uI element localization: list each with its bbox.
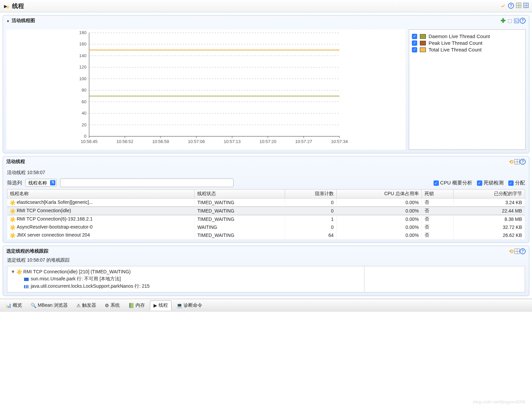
tab-5[interactable]: ▶线程 bbox=[150, 300, 172, 310]
table-row[interactable]: AsyncResolver-bootstrap-executor-0 WAITI… bbox=[7, 223, 525, 231]
table-row[interactable]: JMX server connection timeout 204 TIMED_… bbox=[7, 231, 525, 239]
svg-text:10:57:27: 10:57:27 bbox=[295, 139, 312, 144]
tab-icon: 📊 bbox=[6, 303, 11, 308]
threads-help-icon[interactable]: ? bbox=[520, 159, 526, 165]
filter-label: 筛选列 bbox=[7, 180, 22, 186]
threads-panel-title: 活动线程 bbox=[6, 159, 508, 165]
tab-icon: ⚙ bbox=[105, 303, 109, 308]
threads-table: 线程名称线程状态阻塞计数CPU 总体占用率死锁已分配的字节 elasticsea… bbox=[7, 189, 525, 239]
svg-text:140: 140 bbox=[79, 53, 86, 58]
chart-panel-title: 活动线程图 bbox=[12, 18, 500, 24]
collapse-toggle[interactable] bbox=[6, 18, 12, 23]
tab-4[interactable]: 📗内存 bbox=[125, 300, 149, 310]
stack-frame[interactable]: java.util.concurrent.locks.LockSupport.p… bbox=[11, 283, 361, 290]
chart-panel: 活动线程图 ✚ ⬚ ♿ ? 02040608010012014016018010… bbox=[3, 15, 529, 153]
tab-3[interactable]: ⚙系统 bbox=[101, 300, 123, 310]
cpu-profiling-checkbox[interactable]: ✓ CPU 概要分析 bbox=[434, 180, 472, 186]
table-row[interactable]: RMI TCP Connection(6)-192.168.2.1 TIMED_… bbox=[7, 215, 525, 224]
page-header: ▶ 线程 ⤶ ? bbox=[0, 0, 532, 12]
tab-0[interactable]: 📊概览 bbox=[2, 300, 26, 310]
column-header[interactable]: 阻塞计数 bbox=[285, 189, 336, 198]
svg-text:10:57:20: 10:57:20 bbox=[259, 139, 276, 144]
svg-text:10:57:34: 10:57:34 bbox=[331, 139, 348, 144]
stack-panel: 选定线程的堆栈跟踪 ⟲ ? 选定线程 10:58:07 的堆栈跟踪 RMI TC… bbox=[3, 246, 529, 296]
threads-panel: 活动线程 ⟲ ? 活动线程 10:58:07 筛选列 线程名称 ✓ CPU 概要… bbox=[3, 156, 529, 243]
filter-input[interactable] bbox=[60, 178, 234, 187]
svg-text:100: 100 bbox=[79, 76, 86, 81]
stack-help-icon[interactable]: ? bbox=[520, 248, 526, 254]
add-chart-icon[interactable]: ✚ bbox=[500, 17, 506, 24]
tab-icon: 📗 bbox=[128, 303, 134, 308]
table-row[interactable]: RMI TCP Connection(idle) TIMED_WAITING00… bbox=[7, 207, 525, 215]
filter-column-select[interactable]: 线程名称 bbox=[25, 179, 57, 187]
svg-text:10:56:52: 10:56:52 bbox=[116, 139, 134, 144]
column-header[interactable]: 死锁 bbox=[422, 189, 453, 198]
column-header[interactable]: CPU 总体占用率 bbox=[336, 189, 422, 198]
svg-text:180: 180 bbox=[79, 30, 86, 35]
stack-frame[interactable]: sun.misc.Unsafe.park 行: 不可用 [本地方法] bbox=[11, 275, 361, 283]
back-icon[interactable]: ⤶ bbox=[499, 3, 506, 9]
tab-1[interactable]: 🔍MBean 浏览器 bbox=[27, 300, 71, 310]
svg-text:10:56:59: 10:56:59 bbox=[152, 139, 169, 144]
stack-trace-tree[interactable]: RMI TCP Connection(idle) [210] (TIMED_WA… bbox=[7, 266, 364, 292]
legend-item[interactable]: ✓Daemon Live Thread Count bbox=[412, 33, 523, 39]
column-header[interactable]: 已分配的字节 bbox=[454, 189, 525, 198]
tab-2[interactable]: ⚠触发器 bbox=[73, 300, 100, 310]
svg-text:80: 80 bbox=[82, 88, 86, 93]
run-icon: ▶ bbox=[3, 3, 10, 9]
bottom-tabs: 📊概览🔍MBean 浏览器⚠触发器⚙系统📗内存▶线程💻诊断命令 bbox=[0, 299, 532, 312]
refresh-icon[interactable]: ⟲ bbox=[508, 158, 514, 165]
svg-text:10:56:45: 10:56:45 bbox=[81, 139, 98, 144]
stack-panel-title: 选定线程的堆栈跟踪 bbox=[6, 248, 508, 254]
svg-text:60: 60 bbox=[82, 99, 86, 104]
stack-refresh-icon[interactable]: ⟲ bbox=[508, 248, 514, 255]
stack-options-icon[interactable] bbox=[514, 249, 520, 254]
svg-text:0: 0 bbox=[84, 134, 86, 139]
tab-icon: ▶ bbox=[154, 303, 157, 308]
export-icon[interactable]: ⬚ bbox=[506, 17, 513, 24]
view-grid-icon[interactable] bbox=[516, 3, 521, 8]
chart-legend: ✓Daemon Live Thread Count✓Peak Live Thre… bbox=[409, 29, 526, 150]
deadlock-detect-checkbox[interactable]: ✓ 死锁检测 bbox=[477, 180, 504, 186]
tab-icon: 🔍 bbox=[31, 303, 36, 308]
thread-chart: 02040608010012014016018010:56:4510:56:52… bbox=[6, 29, 406, 150]
stack-detail-pane bbox=[364, 266, 525, 292]
view-list-icon[interactable] bbox=[523, 3, 529, 8]
svg-text:10:57:06: 10:57:06 bbox=[188, 139, 205, 144]
threads-timestamp: 活动线程 10:58:07 bbox=[7, 170, 525, 176]
svg-text:10:57:13: 10:57:13 bbox=[224, 139, 241, 144]
table-row[interactable]: elasticsearch[Karla Sofen][generic]... T… bbox=[7, 198, 525, 207]
column-header[interactable]: 线程名称 bbox=[7, 189, 195, 198]
accessibility-icon[interactable]: ♿ bbox=[513, 17, 520, 24]
legend-item[interactable]: ✓Peak Live Thread Count bbox=[412, 40, 523, 46]
legend-item[interactable]: ✓Total Live Thread Count bbox=[412, 47, 523, 52]
chart-help-icon[interactable]: ? bbox=[520, 18, 526, 24]
stack-root[interactable]: RMI TCP Connection(idle) [210] (TIMED_WA… bbox=[11, 268, 361, 275]
svg-text:160: 160 bbox=[79, 41, 86, 46]
svg-text:40: 40 bbox=[82, 111, 86, 116]
allocation-checkbox[interactable]: ✓ 分配 bbox=[508, 180, 525, 186]
svg-text:20: 20 bbox=[82, 122, 86, 127]
tab-6[interactable]: 💻诊断命令 bbox=[173, 300, 206, 310]
table-options-icon[interactable] bbox=[514, 159, 520, 164]
stack-subtitle: 选定线程 10:58:07 的堆栈跟踪 bbox=[3, 257, 529, 263]
column-header[interactable]: 线程状态 bbox=[195, 189, 285, 198]
tab-icon: 💻 bbox=[177, 303, 182, 308]
page-title: 线程 bbox=[12, 2, 499, 10]
help-icon[interactable]: ? bbox=[508, 3, 514, 9]
svg-text:120: 120 bbox=[79, 64, 86, 70]
tab-icon: ⚠ bbox=[76, 303, 81, 308]
